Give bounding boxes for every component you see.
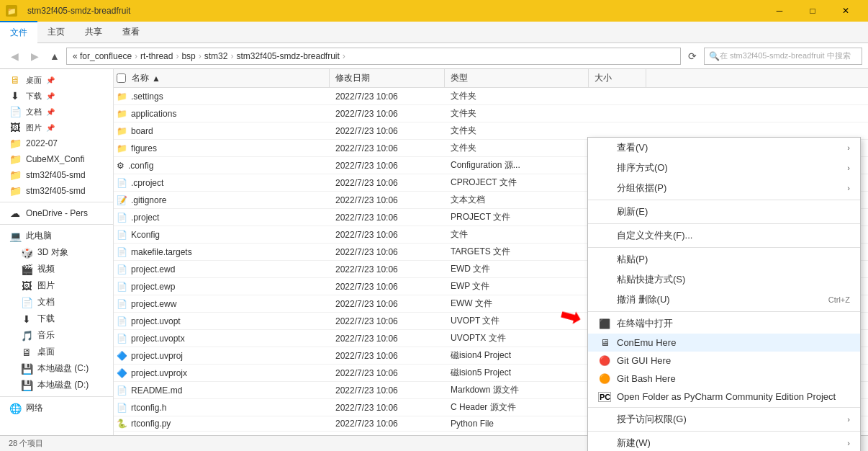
file-size (589, 129, 646, 133)
file-date: 2022/7/23 10:06 (330, 297, 445, 311)
sidebar-label: 文档 (37, 296, 55, 308)
sidebar-item-doc[interactable]: 📄 文档 (0, 294, 113, 311)
sidebar-divider (0, 202, 113, 202)
sidebar-item-thispc[interactable]: 💻 此电脑 (0, 228, 113, 244)
up-button[interactable]: ▲ (46, 48, 63, 65)
close-button[interactable]: ✕ (829, 0, 862, 22)
file-date: 2022/7/23 10:06 (330, 124, 445, 138)
file-date: 2022/7/23 10:06 (330, 433, 445, 436)
file-type: Python File (445, 416, 589, 431)
sidebar-item-stm1[interactable]: 📁 stm32f405-smd (0, 167, 113, 183)
arrow-icon: › (847, 439, 850, 447)
sidebar-item-desktop[interactable]: 🖥 桌面 📌 (0, 72, 113, 88)
ctx-divider (588, 223, 860, 224)
file-type: C Header 源文件 (445, 399, 589, 416)
ctx-group[interactable]: 分组依据(P) › (588, 178, 860, 198)
address-path[interactable]: « for_confluece › rt-thread › bsp › stm3… (66, 48, 681, 65)
sidebar-item-pic[interactable]: 🖼 图片 (0, 277, 113, 294)
sidebar-item-cubemx[interactable]: 📁 CubeMX_Confi (0, 151, 113, 167)
file-type: Configuration 源... (445, 157, 589, 174)
file-name: 📄makefile.targets (114, 245, 330, 259)
ctx-sort[interactable]: 排序方式(O) › (588, 158, 860, 178)
file-type: Markdown 源文件 (445, 382, 589, 398)
item-count: 28 个项目 (9, 438, 43, 449)
file-name: 📁applications (114, 107, 330, 121)
window-title: stm32f405-smdz-breadfruit (27, 6, 759, 16)
sidebar-item-music[interactable]: 🎵 音乐 (0, 327, 113, 344)
sidebar-item-3d[interactable]: 🎲 3D 对象 (0, 244, 113, 261)
downloads-icon: ⬇ (9, 90, 22, 102)
file-name: 📄.cproject (114, 176, 330, 190)
sidebar-label: 下载 (26, 91, 42, 102)
file-type: 文本文档 (445, 192, 589, 208)
sidebar-item-onedrive[interactable]: ☁ OneDrive - Pers (0, 205, 113, 221)
maximize-button[interactable]: □ (796, 0, 829, 22)
folder-icon: 📁 (9, 185, 22, 197)
refresh-button[interactable]: ⟳ (684, 48, 701, 65)
sidebar-item-c[interactable]: 💾 本地磁盘 (C:) (0, 360, 113, 377)
ctx-git-gui[interactable]: 🔴 Git GUI Here (588, 352, 860, 370)
ctx-pycharm[interactable]: PC Open Folder as PyCharm Community Edit… (588, 388, 860, 406)
file-date: 2022/7/23 10:06 (330, 331, 445, 346)
ctx-refresh[interactable]: 刷新(E) (588, 202, 860, 222)
ribbon-tab-view[interactable]: 查看 (112, 22, 150, 43)
ctx-terminal[interactable]: ⬛ 在终端中打开 (588, 313, 860, 334)
ctx-access[interactable]: 授予访问权限(G) › (588, 409, 860, 429)
onedrive-icon: ☁ (9, 207, 22, 219)
file-name: 📁board (114, 124, 330, 138)
file-type: 磁ision4 Project (445, 347, 589, 364)
sidebar-item-video[interactable]: 🎬 视频 (0, 261, 113, 277)
ctx-view[interactable]: 查看(V) › (588, 138, 860, 158)
file-type: 文件夹 (445, 122, 589, 139)
file-date: 2022/7/23 10:06 (330, 141, 445, 156)
col-type[interactable]: 类型 (445, 69, 589, 87)
arrow-icon: › (847, 164, 850, 172)
table-row[interactable]: 📁.settings 2022/7/23 10:06 文件夹 (114, 88, 868, 105)
ribbon-tab-home[interactable]: 主页 (37, 22, 75, 43)
file-date: 2022/7/23 10:06 (330, 89, 445, 104)
ctx-customize[interactable]: 自定义文件夹(F)... (588, 226, 860, 246)
sidebar-item-pictures[interactable]: 🖼 图片 📌 (0, 120, 113, 135)
sidebar-label: 3D 对象 (37, 246, 68, 259)
sidebar-label: OneDrive - Pers (26, 208, 88, 218)
ctx-undo-delete[interactable]: 撤消 删除(U) Ctrl+Z (588, 290, 860, 310)
forward-button[interactable]: ▶ (26, 48, 43, 65)
sidebar-label: 此电脑 (26, 230, 52, 242)
drive-c-icon: 💾 (20, 363, 33, 375)
sidebar-item-stm2[interactable]: 📁 stm32f405-smd (0, 183, 113, 199)
sidebar-item-2022-07[interactable]: 📁 2022-07 (0, 135, 113, 151)
select-all-checkbox[interactable] (117, 73, 126, 83)
title-bar-icons: 📁 (6, 5, 17, 17)
file-type: 文件 (445, 432, 589, 435)
search-box[interactable]: 🔍 在 stm32f405-smdz-breadfruit 中搜索 (704, 48, 862, 65)
sidebar-divider-2 (0, 224, 113, 225)
minimize-button[interactable]: ─ (763, 0, 796, 22)
sidebar-item-documents[interactable]: 📄 文档 📌 (0, 104, 113, 120)
sidebar-item-dl[interactable]: ⬇ 下载 (0, 311, 113, 327)
sidebar-item-network[interactable]: 🌐 网络 (0, 400, 113, 416)
search-placeholder: 在 stm32f405-smdz-breadfruit 中搜索 (720, 50, 851, 61)
sidebar-divider-3 (0, 396, 113, 397)
back-button[interactable]: ◀ (6, 48, 23, 65)
ribbon-tab-share[interactable]: 共享 (75, 22, 112, 43)
file-type: 文件夹 (445, 88, 589, 104)
col-name[interactable]: 名称 ▲ (114, 69, 330, 87)
ribbon-tab-file[interactable]: 文件 (0, 21, 37, 43)
col-date[interactable]: 修改日期 (330, 69, 445, 87)
ctx-new[interactable]: 新建(W) › (588, 433, 860, 451)
file-date: 2022/7/23 10:06 (330, 280, 445, 294)
ctx-paste-shortcut[interactable]: 粘贴快捷方式(S) (588, 269, 860, 290)
file-name: 📄project.uvoptx (114, 331, 330, 346)
sidebar-item-dsk[interactable]: 🖥 桌面 (0, 344, 113, 360)
file-size (589, 94, 646, 99)
table-row[interactable]: 📁applications 2022/7/23 10:06 文件夹 (114, 105, 868, 122)
col-size[interactable]: 大小 (589, 69, 646, 87)
file-type: 文件 (445, 226, 589, 243)
file-name: 📄project.ewp (114, 280, 330, 294)
ctx-git-bash[interactable]: 🟠 Git Bash Here (588, 370, 860, 388)
ctx-conemu[interactable]: 🖥 ConEmu Here (588, 334, 860, 352)
file-name: 📄SConstruct (114, 433, 330, 436)
sidebar-item-downloads[interactable]: ⬇ 下载 📌 (0, 88, 113, 104)
ctx-paste[interactable]: 粘贴(P) (588, 249, 860, 269)
sidebar-item-d[interactable]: 💾 本地磁盘 (D:) (0, 377, 113, 393)
